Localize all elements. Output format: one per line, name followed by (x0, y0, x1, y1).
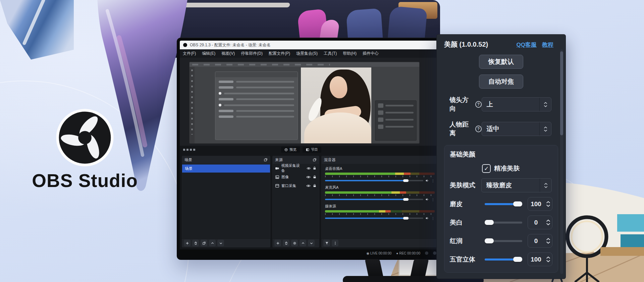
obs-status-bar: ◉ LIVE 00:00:00 ● REC 00:00:00 (180, 249, 440, 257)
copy-icon[interactable] (264, 158, 268, 162)
move-scene-up-button[interactable] (209, 240, 216, 246)
monitor-screen: OBS 29.1.3 - 配置文件: 未命名 - 场景: 未命名 文件(F) 编… (180, 41, 440, 257)
audio-level-meter (325, 191, 435, 194)
smoothing-spinbox[interactable]: 100 (528, 197, 552, 211)
chevron-up-icon (546, 256, 550, 259)
move-source-up-button[interactable] (300, 240, 306, 246)
spinbox-arrows[interactable] (544, 197, 552, 210)
mixer-filters-button[interactable] (323, 240, 330, 246)
move-scene-down-button[interactable] (217, 240, 224, 246)
source-properties-button[interactable] (291, 240, 298, 246)
tab-program[interactable]: 节目 (303, 147, 321, 153)
skin-mode-label: 美肤模式 (450, 181, 475, 190)
circle-dot-icon (284, 148, 288, 151)
sources-toolbar (272, 238, 319, 247)
channel-options-icon[interactable]: ⋮ (431, 179, 435, 183)
autofocus-button[interactable]: 自动对焦 (479, 75, 523, 89)
duplicate-icon (202, 241, 206, 245)
scenes-dock-title: 场景 (184, 157, 192, 162)
add-scene-button[interactable] (184, 240, 191, 246)
slider-handle[interactable] (485, 238, 494, 243)
source-row[interactable]: 视频采集设备 (273, 164, 319, 173)
help-icon[interactable]: ? (475, 126, 482, 132)
menu-file[interactable]: 文件(F) (180, 51, 199, 56)
status-button[interactable] (433, 251, 436, 255)
menu-scene-collection[interactable]: 场景集合(S) (293, 51, 321, 56)
restore-defaults-button[interactable]: 恢复默认 (479, 55, 523, 69)
editor-settings-dialog (215, 72, 298, 140)
panel-scrollbar[interactable] (560, 49, 563, 274)
eye-icon[interactable] (306, 175, 311, 179)
editor-toolbar (190, 67, 195, 143)
help-icon[interactable]: ? (475, 101, 482, 108)
channel-options-icon[interactable]: ⋮ (431, 198, 435, 201)
face-depth-slider[interactable] (485, 257, 522, 262)
menu-help[interactable]: 帮助(H) (340, 51, 360, 56)
copy-icon[interactable] (313, 158, 317, 162)
menu-tools[interactable]: 工具(T) (321, 51, 340, 56)
chevron-down-icon (544, 186, 548, 188)
slider-handle[interactable] (485, 220, 494, 225)
whitening-slider[interactable] (485, 220, 522, 225)
menu-plugin-center[interactable]: 插件中心 (360, 51, 382, 56)
meter-ticks (325, 176, 435, 177)
eye-icon[interactable] (306, 184, 311, 188)
image-icon (275, 175, 279, 179)
select-spinner-icons[interactable] (540, 122, 551, 136)
select-spinner-icons[interactable] (540, 179, 551, 192)
move-source-down-button[interactable] (308, 240, 315, 246)
precise-skin-checkbox[interactable]: ✓ (482, 164, 491, 173)
remove-scene-button[interactable] (192, 240, 199, 246)
obs-preview-canvas[interactable] (180, 58, 440, 146)
volume-slider-handle[interactable] (403, 179, 409, 182)
duplicate-scene-button[interactable] (201, 240, 207, 246)
rosy-spinbox[interactable]: 0 (528, 234, 552, 248)
speaker-icon[interactable] (425, 179, 429, 183)
qq-support-link[interactable]: QQ客服 (517, 41, 537, 49)
scene-list-item-selected[interactable]: 场景 (182, 164, 270, 173)
tutorial-link[interactable]: 教程 (542, 41, 553, 49)
chevron-down-icon (546, 241, 550, 244)
spinbox-arrows[interactable] (544, 234, 552, 247)
precise-skin-label: 精准美肤 (494, 164, 520, 173)
slider-handle[interactable] (513, 201, 522, 206)
volume-slider-handle[interactable] (403, 217, 409, 220)
menu-profile[interactable]: 配置文件(P) (266, 51, 293, 56)
obs-title-bar[interactable]: OBS 29.1.3 - 配置文件: 未命名 - 场景: 未命名 (180, 41, 440, 49)
mixer-options-button[interactable] (332, 240, 338, 246)
add-source-button[interactable] (274, 240, 281, 246)
lock-icon[interactable] (313, 184, 317, 188)
status-button[interactable] (425, 251, 428, 255)
remove-source-button[interactable] (283, 240, 289, 246)
lock-icon[interactable] (313, 166, 317, 170)
rosy-slider[interactable] (485, 238, 522, 243)
volume-slider[interactable] (325, 199, 423, 200)
menu-edit[interactable]: 编辑(E) (199, 51, 218, 56)
camera-direction-select[interactable]: 上 (482, 97, 551, 111)
scenes-dock: 场景 场景 (182, 156, 270, 247)
menu-docks[interactable]: 停靠部件(D) (238, 51, 266, 56)
smoothing-slider[interactable] (485, 201, 522, 206)
basic-beauty-section: 基础美颜 ✓ 精准美肤 美肤模式 臻致磨皮 磨皮 (444, 145, 558, 273)
scrollbar-thumb[interactable] (560, 51, 563, 135)
tab-preview[interactable]: 预览 (281, 147, 300, 153)
source-row[interactable]: 窗口采集 (273, 181, 319, 190)
face-depth-spinbox[interactable]: 100 (528, 252, 552, 266)
source-row[interactable]: 图像 (273, 173, 319, 181)
spinbox-arrows[interactable] (544, 216, 552, 229)
volume-slider[interactable] (325, 218, 423, 219)
volume-slider[interactable] (325, 180, 423, 181)
person-distance-select[interactable]: 适中 (482, 122, 551, 136)
lock-icon[interactable] (313, 175, 317, 179)
slider-handle[interactable] (513, 257, 522, 262)
whitening-spinbox[interactable]: 0 (528, 216, 552, 229)
menu-view[interactable]: 视图(V) (218, 51, 238, 56)
select-spinner-icons[interactable] (540, 98, 551, 111)
eye-icon[interactable] (307, 166, 311, 171)
volume-slider-handle[interactable] (403, 198, 409, 201)
spinbox-arrows[interactable] (544, 253, 552, 266)
speaker-icon[interactable] (425, 197, 429, 201)
skin-mode-select[interactable]: 臻致磨皮 (481, 178, 552, 192)
channel-options-icon[interactable]: ⋮ (431, 217, 435, 220)
speaker-icon[interactable] (425, 216, 429, 220)
